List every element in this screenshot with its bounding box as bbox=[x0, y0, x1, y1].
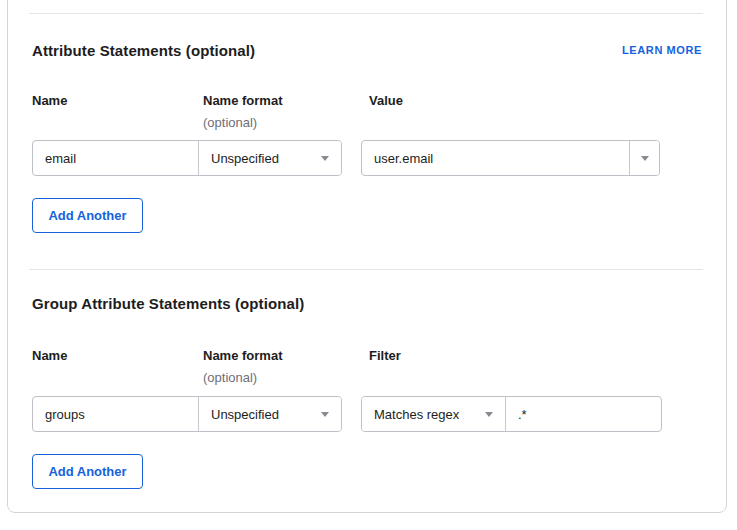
group-attribute-statements-title: Group Attribute Statements (optional) bbox=[32, 295, 304, 312]
chevron-down-icon bbox=[321, 412, 329, 417]
chevron-down-icon bbox=[321, 156, 329, 161]
attr-value-dropdown-button[interactable] bbox=[629, 141, 659, 175]
attr-name-column-header: Name bbox=[32, 93, 67, 108]
attr-name-format-selected-value: Unspecified bbox=[211, 151, 279, 166]
group-filter-type-select[interactable]: Matches regex bbox=[362, 397, 505, 431]
group-name-column-header: Name bbox=[32, 348, 67, 363]
attr-value-column-header: Value bbox=[369, 93, 403, 108]
chevron-down-icon bbox=[641, 156, 649, 161]
group-name-format-optional-note: (optional) bbox=[203, 370, 257, 385]
attr-value-field-group bbox=[361, 140, 660, 176]
settings-card: Attribute Statements (optional) LEARN MO… bbox=[7, 0, 727, 513]
learn-more-link[interactable]: LEARN MORE bbox=[622, 44, 702, 56]
group-filter-field-group: Matches regex bbox=[361, 396, 662, 432]
group-filter-column-header: Filter bbox=[369, 348, 401, 363]
attr-name-format-optional-note: (optional) bbox=[203, 115, 257, 130]
attribute-statements-title: Attribute Statements (optional) bbox=[32, 42, 255, 59]
group-filter-value-input[interactable] bbox=[505, 397, 661, 431]
group-name-field-group: Unspecified bbox=[32, 396, 342, 432]
group-name-format-selected-value: Unspecified bbox=[211, 407, 279, 422]
section-divider bbox=[29, 269, 703, 270]
group-add-another-button[interactable]: Add Another bbox=[32, 454, 143, 489]
attr-name-field-group: Unspecified bbox=[32, 140, 342, 176]
group-filter-type-selected-value: Matches regex bbox=[374, 407, 459, 422]
attr-name-format-column-header: Name format bbox=[203, 93, 282, 108]
attr-add-another-button[interactable]: Add Another bbox=[32, 198, 143, 233]
attr-name-format-select[interactable]: Unspecified bbox=[198, 141, 341, 175]
group-name-input[interactable] bbox=[33, 397, 198, 431]
attr-value-input[interactable] bbox=[362, 141, 629, 175]
attr-name-input[interactable] bbox=[33, 141, 198, 175]
top-divider bbox=[29, 13, 703, 14]
chevron-down-icon bbox=[485, 412, 493, 417]
saml-settings-page: Attribute Statements (optional) LEARN MO… bbox=[0, 0, 737, 530]
group-name-format-column-header: Name format bbox=[203, 348, 282, 363]
group-name-format-select[interactable]: Unspecified bbox=[198, 397, 341, 431]
